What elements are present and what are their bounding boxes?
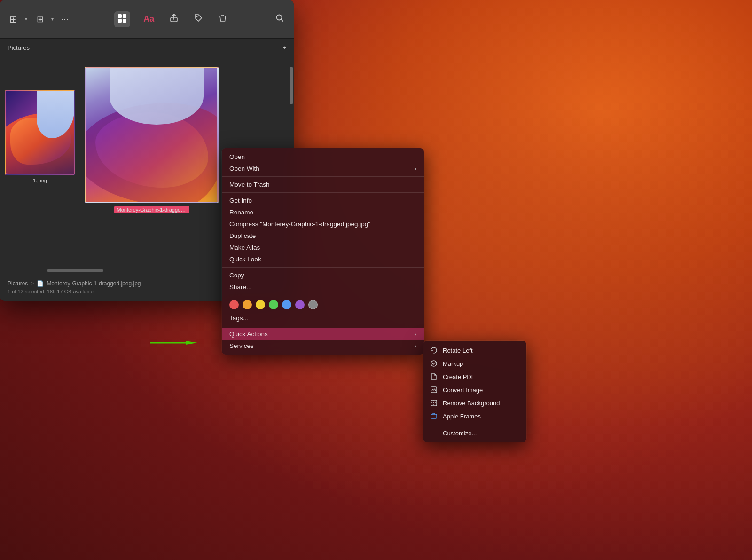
menu-get-info[interactable]: Get Info	[222, 195, 424, 206]
menu-open-with[interactable]: Open With ›	[222, 163, 424, 174]
trash-icon[interactable]	[216, 11, 229, 27]
pictures-label: Pictures	[8, 44, 30, 51]
finder-sidebar-title: Pictures +	[0, 39, 294, 57]
add-button[interactable]: +	[282, 44, 286, 51]
submenu-markup[interactable]: Markup	[423, 357, 526, 370]
tag-purple[interactable]	[295, 300, 305, 309]
share-icon[interactable]	[167, 11, 180, 27]
menu-rename[interactable]: Rename	[222, 206, 424, 218]
menu-move-to-trash[interactable]: Move to Trash	[222, 179, 424, 190]
submenu-rotate-left[interactable]: Rotate Left	[423, 344, 526, 357]
svg-rect-2	[118, 19, 122, 23]
menu-make-alias[interactable]: Make Alias	[222, 242, 424, 253]
submenu-create-pdf[interactable]: Create PDF	[423, 370, 526, 383]
quick-actions-arrow: ›	[415, 331, 416, 338]
menu-services[interactable]: Services ›	[222, 340, 424, 352]
submenu-convert-image[interactable]: Convert Image	[423, 383, 526, 396]
menu-open[interactable]: Open	[222, 151, 424, 163]
create-pdf-icon	[430, 372, 438, 381]
thumb-label: 1.jpeg	[33, 178, 47, 183]
submenu-arrow: ›	[415, 166, 416, 172]
tag-orange[interactable]	[243, 300, 252, 309]
tag-yellow[interactable]	[256, 300, 265, 309]
submenu-separator	[423, 425, 526, 425]
markup-icon	[430, 359, 438, 368]
svg-rect-9	[431, 400, 437, 406]
breadcrumb-sep: >	[31, 280, 34, 287]
menu-quick-look[interactable]: Quick Look	[222, 253, 424, 265]
svg-rect-10	[431, 414, 437, 418]
tag-icon[interactable]	[192, 11, 205, 27]
thumb-preview	[5, 90, 75, 175]
thumb-preview-selected	[85, 67, 219, 203]
view-options-group: ⊞ ▾ ⊞ ▾ ···	[8, 12, 70, 27]
svg-rect-0	[118, 14, 122, 18]
separator-1	[222, 176, 424, 177]
menu-compress[interactable]: Compress "Monterey-Graphic-1-dragged.jpe…	[222, 218, 424, 230]
thumbnail-item[interactable]: 1.jpeg	[5, 90, 75, 213]
apple-frames-icon	[430, 412, 438, 420]
grid-view-button[interactable]	[114, 11, 130, 27]
scrollbar-thumb[interactable]	[290, 67, 293, 104]
grid-options-icon[interactable]: ⊞	[35, 12, 46, 26]
convert-image-icon	[430, 386, 438, 394]
breadcrumb-file: Monterey-Graphic-1-dragged.jpeg.jpg	[47, 280, 141, 287]
thumb-label-selected: Monterey-Graphic-1-dragged.j…	[114, 206, 189, 213]
search-icon[interactable]	[273, 11, 286, 27]
file-icon: 📄	[37, 280, 44, 287]
separator-3	[222, 267, 424, 268]
separator-5	[222, 326, 424, 326]
tag-gray[interactable]	[308, 300, 318, 309]
svg-rect-1	[123, 14, 126, 18]
svg-rect-3	[123, 19, 126, 23]
breadcrumb-pictures: Pictures	[8, 280, 28, 287]
grid-chevron-icon[interactable]: ▾	[23, 15, 29, 24]
more-options-icon[interactable]: ···	[59, 13, 70, 25]
grid-view-icon[interactable]: ⊞	[8, 12, 19, 27]
font-icon[interactable]: Aa	[141, 12, 156, 26]
remove-bg-icon	[430, 399, 438, 407]
separator-4	[222, 295, 424, 295]
finder-toolbar: ⊞ ▾ ⊞ ▾ ··· Aa	[0, 0, 294, 39]
grid-options-chevron-icon[interactable]: ▾	[49, 15, 55, 24]
svg-point-5	[196, 16, 198, 17]
menu-copy[interactable]: Copy	[222, 269, 424, 281]
quick-actions-submenu: Rotate Left Markup Create PDF Convert Im…	[423, 341, 526, 442]
menu-tags[interactable]: Tags...	[222, 312, 424, 324]
tag-green[interactable]	[269, 300, 278, 309]
menu-share[interactable]: Share...	[222, 281, 424, 293]
arrow-body	[150, 341, 197, 345]
context-menu: Open Open With › Move to Trash Get Info …	[222, 148, 424, 355]
menu-duplicate[interactable]: Duplicate	[222, 230, 424, 242]
rotate-left-icon	[430, 346, 438, 355]
tag-red[interactable]	[229, 300, 239, 309]
submenu-apple-frames[interactable]: Apple Frames	[423, 410, 526, 423]
services-arrow: ›	[415, 343, 416, 349]
submenu-remove-background[interactable]: Remove Background	[423, 396, 526, 410]
menu-quick-actions[interactable]: Quick Actions ›	[222, 328, 424, 340]
h-scrollbar-thumb[interactable]	[47, 269, 103, 272]
color-tags-row	[222, 297, 424, 312]
thumbnail-item-selected[interactable]: Monterey-Graphic-1-dragged.j…	[85, 67, 219, 213]
green-arrow	[150, 341, 197, 345]
separator-2	[222, 192, 424, 193]
submenu-customize[interactable]: Customize...	[423, 427, 526, 439]
tag-blue[interactable]	[282, 300, 291, 309]
